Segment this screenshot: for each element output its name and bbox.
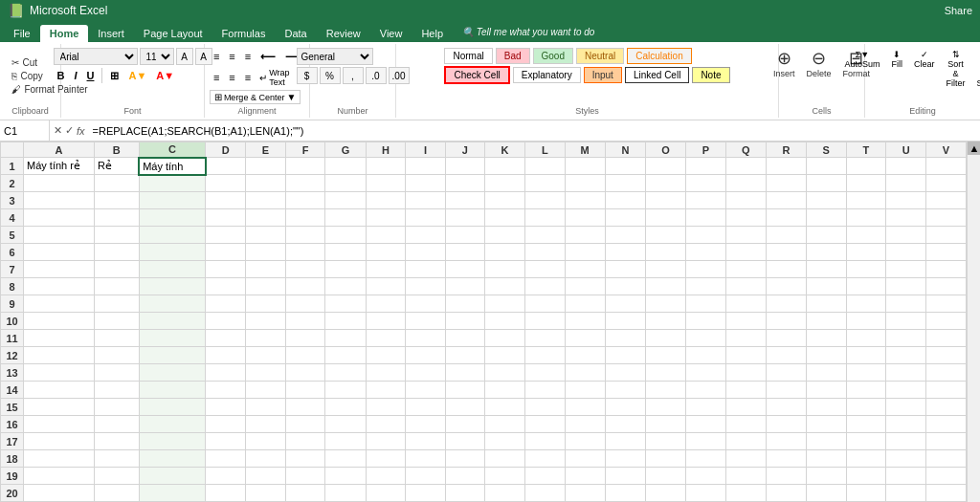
cell-J12[interactable] [445,347,484,364]
cell-H2[interactable] [366,175,406,192]
cell-S6[interactable] [806,244,846,261]
cell-B10[interactable] [94,313,139,330]
cell-T14[interactable] [846,382,886,399]
cell-S14[interactable] [806,382,846,399]
cell-L3[interactable] [524,192,565,209]
tab-data[interactable]: Data [275,25,316,42]
cell-E5[interactable] [246,227,286,244]
cell-K6[interactable] [485,244,525,261]
cell-G14[interactable] [325,382,366,399]
cell-I7[interactable] [406,261,445,278]
row-header-8[interactable]: 8 [1,278,24,295]
cell-M4[interactable] [565,209,605,227]
cell-L12[interactable] [524,347,565,364]
cell-P20[interactable] [686,485,726,502]
cell-S3[interactable] [806,192,846,209]
cell-L4[interactable] [524,209,565,227]
cell-V6[interactable] [926,244,967,261]
cell-V9[interactable] [926,295,967,313]
cell-M11[interactable] [565,330,605,347]
cell-K19[interactable] [485,468,525,485]
number-format-select[interactable]: General Number Currency [297,48,373,65]
cell-H10[interactable] [366,313,406,330]
cell-J9[interactable] [445,295,484,313]
col-header-O[interactable]: O [645,142,685,158]
cell-N3[interactable] [605,192,645,209]
cell-M12[interactable] [565,347,605,364]
col-header-P[interactable]: P [686,142,726,158]
cell-O5[interactable] [645,227,685,244]
cell-N13[interactable] [605,364,645,382]
row-header-16[interactable]: 16 [1,416,24,433]
col-header-M[interactable]: M [565,142,605,158]
cell-R13[interactable] [766,364,806,382]
cell-D18[interactable] [206,450,246,468]
col-header-A[interactable]: A [24,142,95,158]
cell-A14[interactable] [24,382,95,399]
sheet-grid[interactable]: A B C D E F G H I J K L M N O P Q [0,142,967,502]
cell-R8[interactable] [766,278,806,295]
cell-D7[interactable] [206,261,246,278]
cell-J18[interactable] [445,450,484,468]
cell-V1[interactable] [926,158,967,175]
cell-M3[interactable] [565,192,605,209]
cell-I14[interactable] [406,382,445,399]
cell-E2[interactable] [246,175,286,192]
row-header-7[interactable]: 7 [1,261,24,278]
cell-L14[interactable] [524,382,565,399]
cell-V13[interactable] [926,364,967,382]
cell-T2[interactable] [846,175,886,192]
cell-A12[interactable] [24,347,95,364]
cell-F6[interactable] [285,244,325,261]
col-header-J[interactable]: J [445,142,484,158]
cell-B6[interactable] [94,244,139,261]
row-header-2[interactable]: 2 [1,175,24,192]
cell-U6[interactable] [886,244,926,261]
cell-T1[interactable] [846,158,886,175]
cell-H14[interactable] [366,382,406,399]
cell-J6[interactable] [445,244,484,261]
cell-P2[interactable] [686,175,726,192]
cell-M10[interactable] [565,313,605,330]
cell-Q10[interactable] [725,313,766,330]
cell-K15[interactable] [485,399,525,416]
delete-cells-button[interactable]: ⊖ Delete [803,46,835,80]
row-header-9[interactable]: 9 [1,295,24,313]
cell-N17[interactable] [605,433,645,450]
cell-U13[interactable] [886,364,926,382]
formula-input[interactable]: =REPLACE(A1;SEARCH(B1;A1);LEN(A1);"") [89,125,980,137]
cell-O20[interactable] [645,485,685,502]
cell-M6[interactable] [565,244,605,261]
tab-insert[interactable]: Insert [88,25,134,42]
cell-J16[interactable] [445,416,484,433]
cell-H18[interactable] [366,450,406,468]
cell-U20[interactable] [886,485,926,502]
cell-P10[interactable] [686,313,726,330]
col-header-T[interactable]: T [846,142,886,158]
cell-V16[interactable] [926,416,967,433]
cell-K1[interactable] [485,158,525,175]
cell-P11[interactable] [686,330,726,347]
cell-J2[interactable] [445,175,484,192]
cell-G4[interactable] [325,209,366,227]
cell-G16[interactable] [325,416,366,433]
cell-D1[interactable] [206,158,246,175]
cell-U18[interactable] [886,450,926,468]
cell-T3[interactable] [846,192,886,209]
cell-T15[interactable] [846,399,886,416]
cell-I10[interactable] [406,313,445,330]
cell-D11[interactable] [206,330,246,347]
vertical-scrollbar[interactable]: ▲ ▼ [967,142,980,502]
cell-I19[interactable] [406,468,445,485]
col-header-G[interactable]: G [325,142,366,158]
cell-R15[interactable] [766,399,806,416]
cell-L17[interactable] [524,433,565,450]
align-left-button[interactable]: ≡ [210,69,223,86]
cell-S20[interactable] [806,485,846,502]
cell-E1[interactable] [246,158,286,175]
cell-U4[interactable] [886,209,926,227]
cell-J11[interactable] [445,330,484,347]
cell-H17[interactable] [366,433,406,450]
cell-J8[interactable] [445,278,484,295]
comma-button[interactable]: , [343,67,364,84]
